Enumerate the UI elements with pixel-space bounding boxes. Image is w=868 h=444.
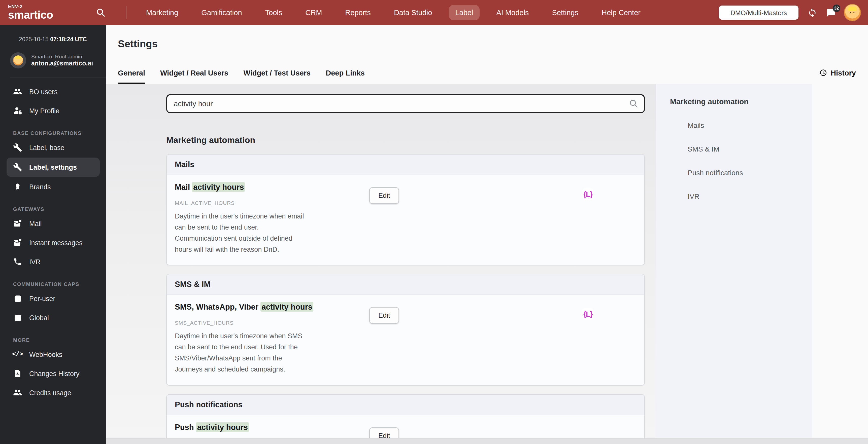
mail-icon xyxy=(13,219,22,228)
toc-header: Marketing automation xyxy=(670,97,812,106)
sidebar-item-label: Credits usage xyxy=(29,389,71,397)
sidebar-item-label: Mail xyxy=(29,220,42,227)
history-icon xyxy=(818,68,827,77)
tab-deep-links[interactable]: Deep Links xyxy=(326,64,365,84)
toc-item-sms-im[interactable]: SMS & IM xyxy=(670,145,812,153)
sidebar-section-communication-caps: COMMUNICATION CAPS xyxy=(13,281,106,287)
sidebar-item-label-base[interactable]: Label, base xyxy=(0,138,106,157)
nav-item-help-center[interactable]: Help Center xyxy=(595,5,647,20)
sidebar-item-instant-messages[interactable]: Instant messages xyxy=(0,233,106,252)
setting-key: SMS_ACTIVE_HOURS xyxy=(175,320,341,326)
profile-email: anton.a@smartico.ai xyxy=(31,60,93,68)
sidebar-item-my-profile[interactable]: My Profile xyxy=(0,101,106,120)
nav-item-data-studio[interactable]: Data Studio xyxy=(388,5,439,20)
sidebar-item-label: WebHooks xyxy=(29,351,62,358)
page-title: Settings xyxy=(118,38,158,50)
user-avatar[interactable] xyxy=(844,4,861,21)
setting-title: Mail activity hours xyxy=(175,182,341,193)
sidebar-profile[interactable]: Smartico, Root admin anton.a@smartico.ai xyxy=(10,53,106,78)
content: Marketing automation Mails Mail activity… xyxy=(106,84,868,444)
sidebar-item-brands[interactable]: Brands xyxy=(0,177,106,196)
app-root: ENV-2 smartico Marketing Gamification To… xyxy=(0,0,868,444)
nav-item-label[interactable]: Label xyxy=(448,5,479,20)
localization-badge[interactable]: {L} xyxy=(582,188,593,200)
nav-item-gamification[interactable]: Gamification xyxy=(195,5,248,20)
brand-logo[interactable]: ENV-2 smartico xyxy=(8,4,88,21)
notifications-icon[interactable]: 32 xyxy=(826,8,836,18)
time-text: 07:18:24 UTC xyxy=(50,36,87,42)
sidebar-section-more: MORE xyxy=(13,337,106,343)
content-right-filler xyxy=(812,84,868,444)
logo-text: smartico xyxy=(8,9,88,21)
settings-search-input[interactable] xyxy=(166,94,645,113)
edit-button[interactable]: Edit xyxy=(369,307,399,324)
sidebar-item-ivr[interactable]: IVR xyxy=(0,252,106,271)
history-label: History xyxy=(831,69,856,77)
sidebar-section-gateways: GATEWAYS xyxy=(13,206,106,212)
edit-button[interactable]: Edit xyxy=(369,187,399,204)
search-match-highlight: activity hours xyxy=(261,302,314,312)
message-icon xyxy=(13,238,22,247)
sidebar-section-base-configurations: BASE CONFIGURATIONS xyxy=(13,130,106,136)
main-header: Settings General Widget / Real Users Wid… xyxy=(106,25,868,84)
square-icon xyxy=(13,295,22,302)
settings-content: Marketing automation Mails Mail activity… xyxy=(106,84,656,444)
sidebar-item-label: Brands xyxy=(29,183,51,191)
sidebar-item-credits-usage[interactable]: Credits usage xyxy=(0,383,106,402)
topbar-right: DMO/Multi-Masters 32 xyxy=(719,4,861,21)
sidebar-item-label: Global xyxy=(29,314,49,321)
profile-name: Smartico, Root admin xyxy=(31,53,93,60)
history-button[interactable]: History xyxy=(818,68,856,77)
search-icon[interactable] xyxy=(96,7,106,18)
notifications-badge: 32 xyxy=(833,4,840,12)
settings-card-sms-im: SMS & IM SMS, WhatsApp, Viber activity h… xyxy=(166,274,645,386)
nav-item-settings[interactable]: Settings xyxy=(545,5,585,20)
badge-icon xyxy=(13,182,22,191)
refresh-icon[interactable] xyxy=(808,8,817,18)
sidebar-item-per-user[interactable]: Per-user xyxy=(0,289,106,308)
sidebar-menu: BO users My Profile BASE CONFIGURATIONS … xyxy=(0,82,106,402)
sidebar-item-label: Instant messages xyxy=(29,239,83,246)
toc-panel: Marketing automation Mails SMS & IM Push… xyxy=(656,84,812,444)
horizontal-scrollbar[interactable] xyxy=(106,438,868,444)
nav-item-reports[interactable]: Reports xyxy=(339,5,377,20)
setting-title: SMS, WhatsApp, Viber activity hours xyxy=(175,302,341,313)
sidebar-item-label: Label, base xyxy=(29,144,64,151)
sidebar-item-mail[interactable]: Mail xyxy=(0,214,106,233)
toc-item-push-notifications[interactable]: Push notifications xyxy=(670,169,812,177)
profile-avatar xyxy=(10,53,26,68)
sidebar-item-bo-users[interactable]: BO users xyxy=(0,82,106,101)
localization-badge[interactable]: {L} xyxy=(582,308,593,320)
code-icon: </> xyxy=(13,351,22,358)
tab-general[interactable]: General xyxy=(118,64,145,84)
setting-title: Push activity hours xyxy=(175,422,341,433)
nav-item-tools[interactable]: Tools xyxy=(259,5,289,20)
sidebar-item-changes-history[interactable]: Changes History xyxy=(0,364,106,383)
tab-widget-test-users[interactable]: Widget / Test Users xyxy=(244,64,311,84)
card-header: Mails xyxy=(167,155,644,175)
sidebar-item-webhooks[interactable]: </> WebHooks xyxy=(0,345,106,364)
account-selector[interactable]: DMO/Multi-Masters xyxy=(719,5,799,20)
sidebar-item-label-settings[interactable]: Label, settings xyxy=(6,158,100,177)
sidebar-item-global[interactable]: Global xyxy=(0,308,106,327)
setting-key: MAIL_ACTIVE_HOURS xyxy=(175,200,341,206)
toc-item-mails[interactable]: Mails xyxy=(670,121,812,129)
card-header: Push notifications xyxy=(167,395,644,415)
topbar-divider xyxy=(126,6,126,19)
settings-card-push: Push notifications Push activity hours P… xyxy=(166,394,645,444)
nav-item-marketing[interactable]: Marketing xyxy=(140,5,185,20)
nav-item-ai-models[interactable]: AI Models xyxy=(490,5,535,20)
card-header: SMS & IM xyxy=(167,275,644,295)
person-lock-icon xyxy=(13,106,22,115)
sidebar-item-label: IVR xyxy=(29,258,40,266)
topbar: ENV-2 smartico Marketing Gamification To… xyxy=(0,0,868,25)
settings-search xyxy=(166,94,645,113)
tools-icon xyxy=(13,143,22,152)
nav-item-crm[interactable]: CRM xyxy=(299,5,329,20)
toc-item-ivr[interactable]: IVR xyxy=(670,192,812,200)
tab-widget-real-users[interactable]: Widget / Real Users xyxy=(160,64,228,84)
search-icon xyxy=(629,99,639,109)
sidebar-item-label: Label, settings xyxy=(29,163,77,171)
sidebar: 2025-10-15 07:18:24 UTC Smartico, Root a… xyxy=(0,25,106,444)
date-text: 2025-10-15 xyxy=(19,36,49,42)
